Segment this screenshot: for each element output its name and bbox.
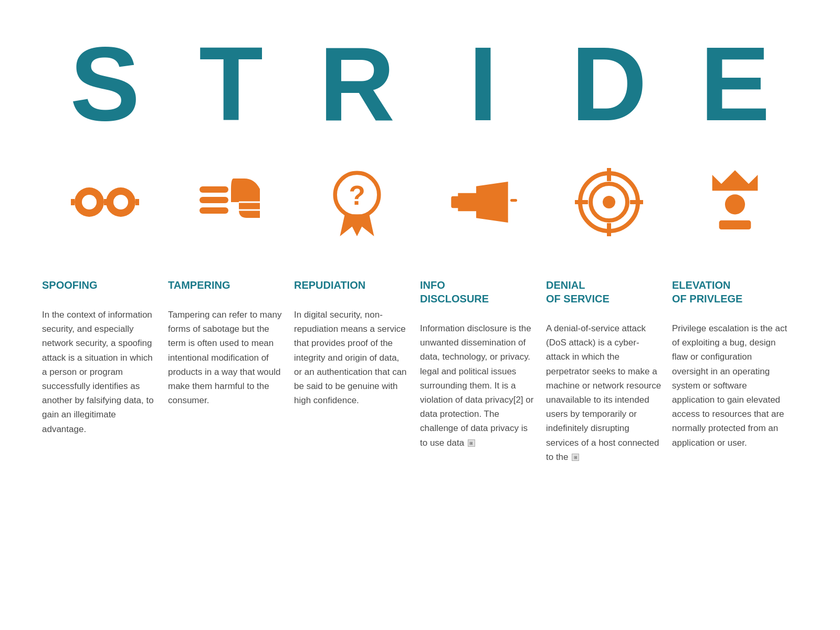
- svg-rect-4: [104, 199, 107, 205]
- denial-of-service-col: DENIAL OF SERVICE A denial-of-service at…: [546, 278, 672, 464]
- repudiation-icon-cell: ?: [294, 168, 420, 236]
- svg-rect-5: [71, 199, 75, 205]
- svg-marker-15: [476, 182, 508, 223]
- svg-point-3: [113, 195, 128, 209]
- info-disclosure-body: Information disclosure is the unwanted d…: [420, 321, 536, 450]
- tampering-col: TAMPERING Tampering can refer to many fo…: [168, 278, 294, 407]
- spoofing-icon: [71, 168, 139, 236]
- denial-of-service-icon: [575, 168, 643, 236]
- svg-point-2: [82, 195, 97, 209]
- svg-point-20: [603, 196, 615, 208]
- denial-of-service-icon-cell: [546, 168, 672, 236]
- svg-rect-7: [200, 186, 228, 193]
- tampering-title: TAMPERING: [168, 278, 284, 292]
- svg-rect-27: [719, 220, 751, 229]
- svg-rect-8: [200, 197, 228, 203]
- repudiation-title: REPUDIATION: [294, 278, 410, 292]
- info-disclosure-col: INFO DISCLOSURE Information disclosure i…: [420, 278, 546, 450]
- letter-t: T: [168, 32, 294, 136]
- tampering-body: Tampering can refer to many forms of sab…: [168, 308, 284, 407]
- spoofing-title: SPOOFING: [42, 278, 158, 292]
- stride-title: S T R I D E: [42, 32, 798, 136]
- svg-marker-25: [712, 170, 758, 191]
- elevation-title: ELEVATION OF PRIVLEGE: [672, 278, 788, 306]
- letter-e: E: [672, 32, 798, 136]
- elevation-body: Privilege escalation is the act of explo…: [672, 321, 788, 450]
- spoofing-body: In the context of information security, …: [42, 308, 158, 436]
- letter-r: R: [294, 32, 420, 136]
- tampering-icon: [197, 168, 265, 236]
- elevation-of-privilege-icon: [701, 168, 769, 236]
- elevation-col: ELEVATION OF PRIVLEGE Privilege escalati…: [672, 278, 798, 450]
- svg-marker-13: [357, 214, 374, 236]
- elevation-of-privilege-icon-cell: [672, 168, 798, 236]
- truncate-icon-info: ⊞: [468, 439, 475, 447]
- svg-text:?: ?: [349, 181, 365, 211]
- info-disclosure-title: INFO DISCLOSURE: [420, 278, 536, 306]
- letter-d: D: [546, 32, 672, 136]
- tampering-icon-cell: [168, 168, 294, 236]
- truncate-icon-dos: ⊞: [572, 454, 579, 461]
- page: S T R I D E: [0, 0, 840, 630]
- repudiation-body: In digital security, non-repudiation mea…: [294, 308, 410, 407]
- repudiation-icon: ?: [323, 168, 391, 236]
- spoofing-col: SPOOFING In the context of information s…: [42, 278, 168, 436]
- icons-row: ?: [42, 168, 798, 236]
- repudiation-col: REPUDIATION In digital security, non-rep…: [294, 278, 420, 407]
- svg-rect-17: [510, 199, 517, 202]
- svg-marker-12: [340, 214, 358, 236]
- svg-rect-6: [135, 199, 139, 205]
- svg-marker-14: [458, 193, 476, 212]
- info-disclosure-icon: [449, 168, 517, 236]
- spoofing-icon-cell: [42, 168, 168, 236]
- denial-of-service-title: DENIAL OF SERVICE: [546, 278, 662, 306]
- svg-rect-9: [200, 207, 228, 214]
- letter-i: I: [420, 32, 546, 136]
- svg-point-26: [725, 194, 745, 214]
- svg-rect-16: [451, 196, 460, 208]
- denial-of-service-body: A denial-of-service attack (DoS attack) …: [546, 321, 662, 464]
- letter-s: S: [42, 32, 168, 136]
- info-disclosure-icon-cell: [420, 168, 546, 236]
- content-row: SPOOFING In the context of information s…: [42, 278, 798, 464]
